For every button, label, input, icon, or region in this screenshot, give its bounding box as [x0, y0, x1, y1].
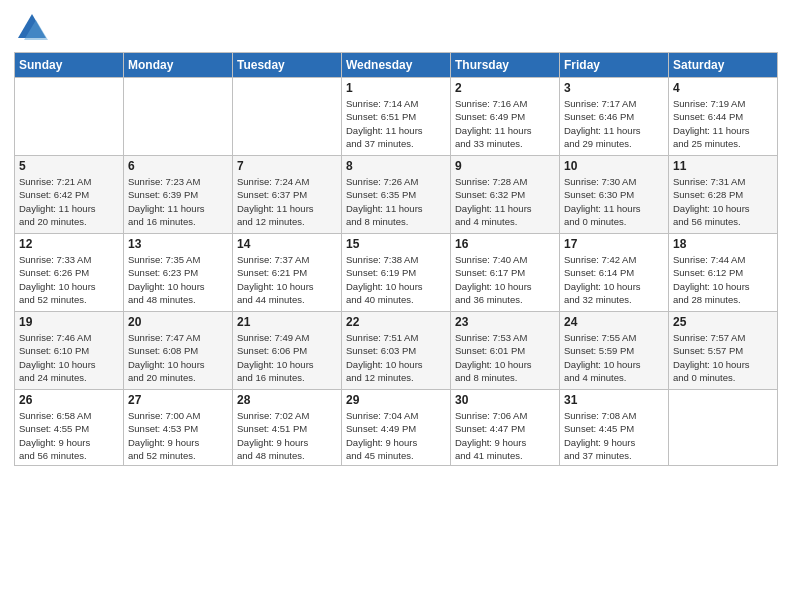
calendar-cell: 5Sunrise: 7:21 AMSunset: 6:42 PMDaylight… [15, 156, 124, 234]
day-number: 13 [128, 237, 228, 251]
day-info: Sunrise: 7:24 AMSunset: 6:37 PMDaylight:… [237, 175, 337, 228]
calendar-cell: 25Sunrise: 7:57 AMSunset: 5:57 PMDayligh… [669, 312, 778, 390]
day-info: Sunrise: 7:28 AMSunset: 6:32 PMDaylight:… [455, 175, 555, 228]
day-info: Sunrise: 7:14 AMSunset: 6:51 PMDaylight:… [346, 97, 446, 150]
day-number: 16 [455, 237, 555, 251]
weekday-header-tuesday: Tuesday [233, 53, 342, 78]
day-number: 23 [455, 315, 555, 329]
calendar-cell: 22Sunrise: 7:51 AMSunset: 6:03 PMDayligh… [342, 312, 451, 390]
calendar-cell: 18Sunrise: 7:44 AMSunset: 6:12 PMDayligh… [669, 234, 778, 312]
calendar-cell: 17Sunrise: 7:42 AMSunset: 6:14 PMDayligh… [560, 234, 669, 312]
calendar-cell: 8Sunrise: 7:26 AMSunset: 6:35 PMDaylight… [342, 156, 451, 234]
day-number: 18 [673, 237, 773, 251]
weekday-header-sunday: Sunday [15, 53, 124, 78]
day-info: Sunrise: 7:55 AMSunset: 5:59 PMDaylight:… [564, 331, 664, 384]
day-number: 19 [19, 315, 119, 329]
day-number: 26 [19, 393, 119, 407]
calendar-cell: 14Sunrise: 7:37 AMSunset: 6:21 PMDayligh… [233, 234, 342, 312]
calendar-cell: 29Sunrise: 7:04 AMSunset: 4:49 PMDayligh… [342, 390, 451, 466]
day-number: 30 [455, 393, 555, 407]
calendar-cell [669, 390, 778, 466]
day-info: Sunrise: 7:17 AMSunset: 6:46 PMDaylight:… [564, 97, 664, 150]
day-info: Sunrise: 7:35 AMSunset: 6:23 PMDaylight:… [128, 253, 228, 306]
day-info: Sunrise: 7:37 AMSunset: 6:21 PMDaylight:… [237, 253, 337, 306]
week-row-2: 5Sunrise: 7:21 AMSunset: 6:42 PMDaylight… [15, 156, 778, 234]
day-info: Sunrise: 7:00 AMSunset: 4:53 PMDaylight:… [128, 409, 228, 462]
calendar-cell: 3Sunrise: 7:17 AMSunset: 6:46 PMDaylight… [560, 78, 669, 156]
day-number: 21 [237, 315, 337, 329]
day-number: 12 [19, 237, 119, 251]
calendar-cell: 2Sunrise: 7:16 AMSunset: 6:49 PMDaylight… [451, 78, 560, 156]
calendar-cell [124, 78, 233, 156]
day-number: 7 [237, 159, 337, 173]
day-number: 14 [237, 237, 337, 251]
calendar-cell: 23Sunrise: 7:53 AMSunset: 6:01 PMDayligh… [451, 312, 560, 390]
page: SundayMondayTuesdayWednesdayThursdayFrid… [0, 0, 792, 612]
calendar-cell: 19Sunrise: 7:46 AMSunset: 6:10 PMDayligh… [15, 312, 124, 390]
calendar-cell: 11Sunrise: 7:31 AMSunset: 6:28 PMDayligh… [669, 156, 778, 234]
day-number: 10 [564, 159, 664, 173]
day-info: Sunrise: 7:23 AMSunset: 6:39 PMDaylight:… [128, 175, 228, 228]
calendar-cell: 10Sunrise: 7:30 AMSunset: 6:30 PMDayligh… [560, 156, 669, 234]
day-number: 8 [346, 159, 446, 173]
day-number: 29 [346, 393, 446, 407]
day-number: 20 [128, 315, 228, 329]
logo-icon [14, 10, 50, 46]
day-number: 15 [346, 237, 446, 251]
header [14, 10, 778, 46]
day-number: 25 [673, 315, 773, 329]
calendar-cell: 12Sunrise: 7:33 AMSunset: 6:26 PMDayligh… [15, 234, 124, 312]
calendar-cell: 9Sunrise: 7:28 AMSunset: 6:32 PMDaylight… [451, 156, 560, 234]
day-info: Sunrise: 7:57 AMSunset: 5:57 PMDaylight:… [673, 331, 773, 384]
day-info: Sunrise: 7:30 AMSunset: 6:30 PMDaylight:… [564, 175, 664, 228]
day-info: Sunrise: 7:04 AMSunset: 4:49 PMDaylight:… [346, 409, 446, 462]
week-row-1: 1Sunrise: 7:14 AMSunset: 6:51 PMDaylight… [15, 78, 778, 156]
calendar-cell: 6Sunrise: 7:23 AMSunset: 6:39 PMDaylight… [124, 156, 233, 234]
day-number: 5 [19, 159, 119, 173]
calendar-cell: 15Sunrise: 7:38 AMSunset: 6:19 PMDayligh… [342, 234, 451, 312]
calendar-cell: 26Sunrise: 6:58 AMSunset: 4:55 PMDayligh… [15, 390, 124, 466]
week-row-5: 26Sunrise: 6:58 AMSunset: 4:55 PMDayligh… [15, 390, 778, 466]
day-info: Sunrise: 7:53 AMSunset: 6:01 PMDaylight:… [455, 331, 555, 384]
day-number: 24 [564, 315, 664, 329]
day-number: 22 [346, 315, 446, 329]
week-row-4: 19Sunrise: 7:46 AMSunset: 6:10 PMDayligh… [15, 312, 778, 390]
day-number: 17 [564, 237, 664, 251]
day-info: Sunrise: 7:06 AMSunset: 4:47 PMDaylight:… [455, 409, 555, 462]
day-number: 3 [564, 81, 664, 95]
calendar: SundayMondayTuesdayWednesdayThursdayFrid… [14, 52, 778, 466]
day-number: 6 [128, 159, 228, 173]
logo [14, 10, 52, 46]
day-info: Sunrise: 7:38 AMSunset: 6:19 PMDaylight:… [346, 253, 446, 306]
calendar-cell: 28Sunrise: 7:02 AMSunset: 4:51 PMDayligh… [233, 390, 342, 466]
calendar-cell: 21Sunrise: 7:49 AMSunset: 6:06 PMDayligh… [233, 312, 342, 390]
day-info: Sunrise: 7:44 AMSunset: 6:12 PMDaylight:… [673, 253, 773, 306]
day-info: Sunrise: 7:47 AMSunset: 6:08 PMDaylight:… [128, 331, 228, 384]
weekday-header-saturday: Saturday [669, 53, 778, 78]
day-info: Sunrise: 7:19 AMSunset: 6:44 PMDaylight:… [673, 97, 773, 150]
calendar-cell [233, 78, 342, 156]
calendar-cell: 27Sunrise: 7:00 AMSunset: 4:53 PMDayligh… [124, 390, 233, 466]
calendar-cell: 16Sunrise: 7:40 AMSunset: 6:17 PMDayligh… [451, 234, 560, 312]
calendar-cell: 31Sunrise: 7:08 AMSunset: 4:45 PMDayligh… [560, 390, 669, 466]
weekday-header-thursday: Thursday [451, 53, 560, 78]
calendar-cell: 30Sunrise: 7:06 AMSunset: 4:47 PMDayligh… [451, 390, 560, 466]
day-number: 11 [673, 159, 773, 173]
day-info: Sunrise: 7:46 AMSunset: 6:10 PMDaylight:… [19, 331, 119, 384]
day-info: Sunrise: 7:40 AMSunset: 6:17 PMDaylight:… [455, 253, 555, 306]
day-info: Sunrise: 7:51 AMSunset: 6:03 PMDaylight:… [346, 331, 446, 384]
day-info: Sunrise: 7:21 AMSunset: 6:42 PMDaylight:… [19, 175, 119, 228]
day-info: Sunrise: 7:33 AMSunset: 6:26 PMDaylight:… [19, 253, 119, 306]
calendar-cell: 20Sunrise: 7:47 AMSunset: 6:08 PMDayligh… [124, 312, 233, 390]
day-info: Sunrise: 7:02 AMSunset: 4:51 PMDaylight:… [237, 409, 337, 462]
day-number: 1 [346, 81, 446, 95]
day-info: Sunrise: 7:42 AMSunset: 6:14 PMDaylight:… [564, 253, 664, 306]
calendar-cell: 24Sunrise: 7:55 AMSunset: 5:59 PMDayligh… [560, 312, 669, 390]
day-info: Sunrise: 7:16 AMSunset: 6:49 PMDaylight:… [455, 97, 555, 150]
day-info: Sunrise: 7:26 AMSunset: 6:35 PMDaylight:… [346, 175, 446, 228]
day-info: Sunrise: 6:58 AMSunset: 4:55 PMDaylight:… [19, 409, 119, 462]
calendar-cell [15, 78, 124, 156]
weekday-header-row: SundayMondayTuesdayWednesdayThursdayFrid… [15, 53, 778, 78]
calendar-cell: 7Sunrise: 7:24 AMSunset: 6:37 PMDaylight… [233, 156, 342, 234]
day-number: 27 [128, 393, 228, 407]
